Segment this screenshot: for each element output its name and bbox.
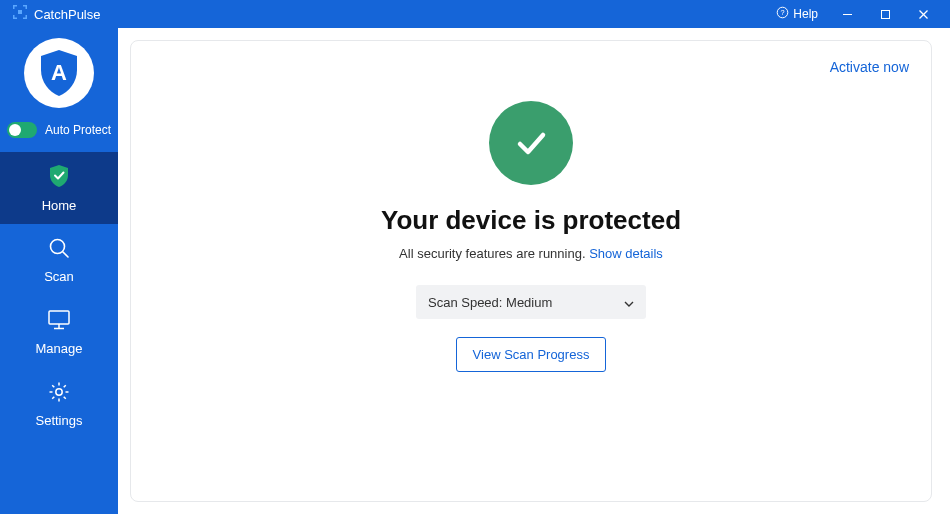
scan-speed-label: Scan Speed: Medium [428, 295, 552, 310]
svg-rect-5 [13, 15, 15, 19]
help-label: Help [793, 7, 818, 21]
sidebar: A Auto Protect Home [0, 28, 118, 514]
app-title: CatchPulse [34, 7, 100, 22]
auto-protect-row: Auto Protect [7, 122, 111, 138]
sidebar-item-scan[interactable]: Scan [0, 224, 118, 296]
svg-rect-11 [843, 14, 852, 15]
svg-rect-3 [26, 5, 28, 9]
titlebar-right: ? Help [766, 0, 942, 28]
titlebar: CatchPulse ? Help [0, 0, 950, 28]
status-badge [489, 101, 573, 185]
scan-speed-select[interactable]: Scan Speed: Medium [416, 285, 646, 319]
help-button[interactable]: ? Help [766, 6, 828, 22]
svg-line-29 [64, 385, 66, 387]
svg-rect-8 [18, 10, 22, 14]
sidebar-item-home[interactable]: Home [0, 152, 118, 224]
sidebar-item-manage[interactable]: Manage [0, 296, 118, 368]
status-subtitle-text: All security features are running. [399, 246, 589, 261]
sidebar-item-label: Scan [44, 269, 74, 284]
app-logo-icon [12, 4, 28, 24]
sidebar-item-label: Manage [36, 341, 83, 356]
status-title: Your device is protected [381, 205, 681, 236]
help-icon: ? [776, 6, 789, 22]
svg-line-27 [64, 396, 66, 398]
svg-text:?: ? [781, 8, 785, 17]
nav: Home Scan [0, 152, 118, 440]
svg-rect-12 [881, 10, 889, 18]
show-details-link[interactable]: Show details [589, 246, 663, 261]
close-button[interactable] [904, 0, 942, 28]
sidebar-item-label: Home [42, 198, 77, 213]
monitor-icon [47, 309, 71, 335]
svg-point-21 [56, 388, 62, 394]
svg-rect-1 [13, 5, 15, 9]
titlebar-left: CatchPulse [12, 4, 100, 24]
svg-line-17 [63, 252, 68, 257]
window-body: A Auto Protect Home [0, 28, 950, 514]
app-window: CatchPulse ? Help [0, 0, 950, 514]
status-card: Activate now Your device is protected Al… [130, 40, 932, 502]
view-scan-progress-button[interactable]: View Scan Progress [456, 337, 607, 372]
auto-protect-toggle[interactable] [7, 122, 37, 138]
minimize-button[interactable] [828, 0, 866, 28]
svg-line-28 [52, 396, 54, 398]
svg-rect-7 [26, 15, 28, 19]
status-subtitle: All security features are running. Show … [399, 246, 663, 261]
activate-link[interactable]: Activate now [830, 59, 909, 75]
gear-icon [48, 381, 70, 407]
maximize-button[interactable] [866, 0, 904, 28]
brand-badge: A [24, 38, 94, 108]
sidebar-item-settings[interactable]: Settings [0, 368, 118, 440]
content-area: Activate now Your device is protected Al… [118, 28, 950, 514]
chevron-down-icon [624, 295, 634, 310]
svg-rect-18 [49, 311, 69, 324]
sidebar-item-label: Settings [36, 413, 83, 428]
svg-point-16 [51, 239, 65, 253]
toggle-knob [9, 124, 21, 136]
svg-text:A: A [51, 60, 67, 85]
shield-a-icon: A [37, 48, 81, 98]
check-icon [508, 120, 554, 166]
search-icon [48, 237, 70, 263]
auto-protect-label: Auto Protect [45, 123, 111, 137]
shield-check-icon [48, 164, 70, 192]
svg-line-26 [52, 385, 54, 387]
